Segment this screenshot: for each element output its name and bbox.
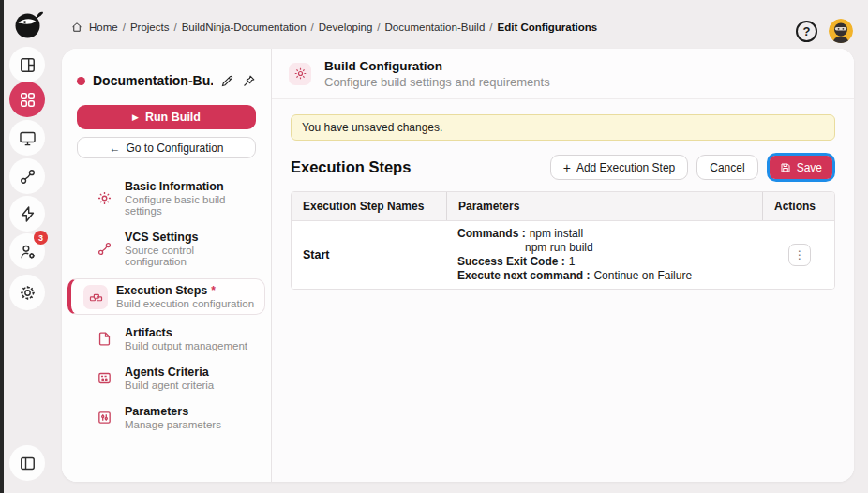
param-label: Commands :: [457, 227, 526, 240]
run-build-label: Run Build: [145, 111, 201, 124]
rail-collapse-button[interactable]: [9, 445, 45, 481]
sidebar-item-artifacts[interactable]: Artifacts Build output management: [77, 323, 256, 354]
save-label: Save: [797, 161, 822, 174]
gear-icon: [19, 284, 37, 302]
go-to-configuration-button[interactable]: ← Go to Configuration: [77, 137, 256, 158]
git-branch-icon: [19, 168, 37, 186]
rail-builds-button[interactable]: [9, 196, 45, 232]
breadcrumb-item-project[interactable]: BuildNinja-Documentation: [182, 22, 307, 33]
sidebar-item-vcs-settings[interactable]: VCS Settings Source control configuratio…: [77, 228, 256, 270]
agent-icon: [92, 366, 116, 391]
rail-vcs-button[interactable]: [9, 158, 45, 194]
add-execution-step-label: Add Execution Step: [576, 161, 675, 174]
apps-grid-icon: [19, 91, 37, 109]
sidebar-item-description: Configure basic build settings: [125, 194, 252, 217]
panel-header: Build Configuration Configure build sett…: [272, 49, 854, 99]
help-icon[interactable]: ?: [796, 21, 817, 42]
step-actions-cell: ⋮: [762, 221, 834, 289]
plus-icon: +: [563, 161, 571, 174]
breadcrumb-item-projects[interactable]: Projects: [130, 22, 170, 33]
table-header: Execution Step Names Parameters Actions: [292, 192, 834, 221]
unsaved-changes-banner: You have unsaved changes.: [291, 114, 835, 141]
go-to-configuration-label: Go to Configuration: [126, 142, 223, 155]
notification-badge: 3: [34, 231, 48, 245]
file-icon: [92, 327, 116, 351]
breadcrumb-item-current[interactable]: Edit Configurations: [498, 22, 598, 33]
section-title: Execution Steps: [291, 158, 411, 176]
cancel-button[interactable]: Cancel: [696, 155, 757, 180]
topbar-actions: ?: [796, 19, 853, 43]
play-icon: ▶: [132, 113, 139, 122]
sidebar-item-description: Source control configuration: [125, 245, 252, 267]
monitor-icon: [19, 129, 37, 147]
sidebar-panel-icon: [19, 455, 37, 472]
unsaved-status-dot: [77, 77, 85, 85]
rail-projects-button[interactable]: [9, 82, 45, 117]
project-header: Documentation-Bu...: [77, 73, 256, 88]
rail-users-button[interactable]: 3: [9, 233, 45, 269]
column-header-actions: Actions: [762, 192, 834, 220]
sidebar-item-label: Agents Criteria: [125, 366, 209, 379]
breadcrumb-separator: /: [377, 22, 380, 33]
param-value: 1: [569, 255, 576, 268]
app-screen: 3 Home / Projects / BuildNinja-Documenta…: [0, 0, 868, 493]
breadcrumb-separator: /: [123, 22, 126, 33]
run-build-button[interactable]: ▶ Run Build: [77, 105, 256, 129]
execution-steps-icon: [83, 285, 108, 309]
build-configuration-panel: Build Configuration Configure build sett…: [272, 49, 854, 482]
window-left-edge: [0, 0, 4, 493]
param-label: Success Exit Code :: [457, 255, 565, 268]
sidebar-item-execution-steps[interactable]: Execution Steps * Build execution config…: [67, 278, 265, 315]
breadcrumb-separator: /: [173, 22, 176, 33]
breadcrumb: Home / Projects / BuildNinja-Documentati…: [71, 22, 597, 33]
breadcrumb-separator: /: [489, 22, 492, 33]
breadcrumb-item-subproject[interactable]: Developing: [319, 22, 373, 33]
pin-icon[interactable]: [242, 74, 256, 88]
breadcrumb-item-build[interactable]: Documentation-Build: [385, 22, 486, 33]
step-name-cell: Start: [292, 221, 446, 289]
rail-settings-button[interactable]: [9, 275, 45, 310]
build-config-gear-icon: [289, 63, 311, 85]
save-button-highlight: Save: [767, 153, 835, 182]
column-header-step-names: Execution Step Names: [292, 192, 446, 220]
execution-steps-table: Execution Step Names Parameters Actions …: [291, 191, 835, 290]
save-button[interactable]: Save: [770, 156, 832, 179]
parameters-icon: [92, 406, 116, 430]
step-parameters-cell: Commands :npm install npm run build Succ…: [446, 221, 762, 289]
row-kebab-menu-icon[interactable]: ⋮: [788, 244, 811, 266]
git-branch-icon: [92, 237, 116, 261]
panel-subtitle: Configure build settings and requirement…: [324, 75, 550, 89]
param-value: npm install: [530, 227, 583, 240]
gear-icon: [92, 187, 116, 211]
param-value: Continue on Failure: [593, 269, 692, 282]
sidebar-item-parameters[interactable]: Parameters Manage parameters: [77, 402, 256, 433]
table-row: Start Commands :npm install npm run buil…: [292, 221, 834, 289]
rail-agents-button[interactable]: [9, 120, 45, 156]
home-icon: [71, 22, 82, 33]
sidebar-item-label: Basic Information: [125, 180, 224, 193]
add-execution-step-button[interactable]: + Add Execution Step: [550, 155, 689, 180]
sidebar-item-description: Manage parameters: [125, 419, 221, 430]
required-marker: *: [211, 284, 216, 297]
buildninja-logo-icon[interactable]: [12, 7, 46, 40]
param-label: Execute next command :: [457, 269, 590, 282]
lightning-icon: [19, 205, 37, 223]
config-section-menu: Basic Information Configure basic build …: [77, 177, 256, 433]
panel-title: Build Configuration: [324, 59, 550, 73]
execution-steps-toolbar: Execution Steps + Add Execution Step Can…: [291, 153, 835, 182]
sidebar-item-agents-criteria[interactable]: Agents Criteria Build agent criteria: [77, 363, 256, 394]
user-avatar[interactable]: [829, 19, 853, 43]
sidebar-item-label: Artifacts: [125, 326, 172, 339]
arrow-left-icon: ←: [109, 142, 120, 155]
breadcrumb-item-home[interactable]: Home: [89, 22, 118, 33]
sidebar-item-description: Build output management: [125, 340, 247, 351]
project-title: Documentation-Bu...: [93, 73, 213, 88]
sidebar-item-description: Build agent criteria: [125, 380, 214, 391]
breadcrumb-separator: /: [311, 22, 314, 33]
rail-dashboard-button[interactable]: [9, 47, 45, 82]
sidebar-item-basic-information[interactable]: Basic Information Configure basic build …: [77, 177, 256, 219]
layout-icon: [19, 56, 37, 74]
edit-pencil-icon[interactable]: [220, 74, 234, 88]
user-gear-icon: [19, 243, 37, 261]
sidebar-item-label: Execution Steps: [116, 284, 207, 297]
